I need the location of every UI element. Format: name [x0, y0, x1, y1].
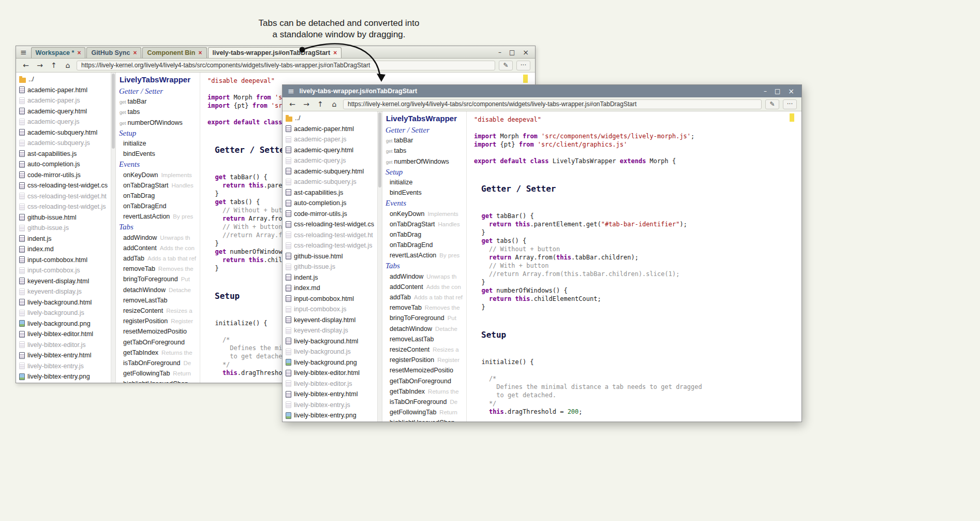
- file-item[interactable]: lively-background.html: [283, 336, 377, 347]
- file-item[interactable]: css-reloading-test-widget.ht: [283, 230, 377, 241]
- outline-item[interactable]: onTabDragEnd: [119, 201, 200, 211]
- more-button[interactable]: ···: [783, 99, 797, 109]
- file-item[interactable]: input-combobox.js: [16, 265, 110, 276]
- outline-item[interactable]: removeLastTab: [385, 334, 466, 344]
- outline-item[interactable]: getFollowingTabReturn: [385, 407, 466, 417]
- menu-icon[interactable]: ≡: [288, 86, 294, 96]
- file-item[interactable]: lively-bibtex-entry.html: [16, 350, 110, 361]
- file-item[interactable]: ../: [16, 74, 110, 85]
- outline-item[interactable]: onTabDragEnd: [385, 240, 466, 250]
- scrollbar[interactable]: [377, 111, 382, 422]
- outline-item[interactable]: resizeContentResizes a: [385, 344, 466, 355]
- outline-item[interactable]: getnumberOfWindows: [119, 118, 200, 128]
- outline-item[interactable]: removeLastTab: [119, 295, 200, 306]
- outline-item[interactable]: Tabs: [385, 260, 466, 271]
- outline-item[interactable]: bindEvents: [385, 187, 466, 198]
- close-icon[interactable]: ×: [523, 48, 529, 56]
- file-item[interactable]: ast-capabilities.js: [283, 187, 377, 198]
- file-item[interactable]: index.md: [283, 283, 377, 294]
- outline-item[interactable]: getTabOnForeground: [385, 376, 466, 386]
- file-item[interactable]: academic-paper.js: [283, 134, 377, 145]
- up-button[interactable]: ↑: [315, 100, 325, 108]
- file-item[interactable]: lively-bibtex-editor.html: [283, 368, 377, 379]
- outline-item[interactable]: bringToForegroundPut: [119, 274, 200, 284]
- file-item[interactable]: lively-bibtex-entry.js: [16, 361, 110, 372]
- scrollbar-thumb[interactable]: [112, 74, 115, 149]
- code-editor[interactable]: "disable deepeval"import Morph from 'src…: [467, 111, 801, 422]
- outline-item[interactable]: onTabDragStartHandles: [385, 219, 466, 229]
- file-item[interactable]: css-reloading-test-widget.js: [283, 240, 377, 251]
- outline-item[interactable]: gettabBar: [119, 96, 200, 107]
- tab-workspace[interactable]: Workspace * ×: [31, 47, 86, 58]
- forward-button[interactable]: →: [301, 100, 311, 108]
- outline-item[interactable]: onTabDrag: [385, 229, 466, 240]
- outline-item[interactable]: onTabDrag: [119, 191, 200, 201]
- tab-component-bin[interactable]: Component Bin ×: [142, 47, 206, 58]
- tab-close-icon[interactable]: ×: [133, 49, 137, 56]
- file-item[interactable]: github-issue.html: [283, 251, 377, 262]
- file-item[interactable]: github-issue.html: [16, 212, 110, 223]
- outline-item[interactable]: resizeContentResizes a: [119, 306, 200, 316]
- file-item[interactable]: ast-capabilities.js: [16, 149, 110, 160]
- close-icon[interactable]: ×: [788, 87, 794, 95]
- outline-item[interactable]: getTabOnForeground: [119, 337, 200, 348]
- tab-close-icon[interactable]: ×: [333, 49, 337, 56]
- file-item[interactable]: css-reloading-test-widget.js: [16, 201, 110, 212]
- tab-close-icon[interactable]: ×: [77, 49, 81, 56]
- file-item[interactable]: index.md: [16, 244, 110, 255]
- file-item[interactable]: academic-query.html: [283, 145, 377, 156]
- class-name[interactable]: LivelyTabsWrapper: [385, 113, 466, 125]
- outline-item[interactable]: revertLastActionBy pres: [119, 211, 200, 222]
- file-item[interactable]: indent.js: [283, 272, 377, 283]
- edit-button[interactable]: ✎: [499, 61, 513, 70]
- home-button[interactable]: ⌂: [329, 100, 339, 108]
- maximize-icon[interactable]: □: [775, 88, 780, 95]
- file-item[interactable]: lively-bibtex-entry.png: [283, 410, 377, 421]
- outline-item[interactable]: onKeyDownImplements: [119, 170, 200, 180]
- back-button[interactable]: ←: [287, 100, 298, 108]
- file-item[interactable]: lively-background.js: [283, 346, 377, 357]
- file-item[interactable]: academic-subquery.html: [16, 127, 110, 138]
- file-item[interactable]: academic-query.js: [283, 155, 377, 166]
- outline-item[interactable]: bindEvents: [119, 149, 200, 159]
- file-item[interactable]: css-reloading-test-widget.cs: [16, 180, 110, 191]
- scrollbar-thumb[interactable]: [378, 112, 381, 187]
- file-item[interactable]: code-mirror-utils.js: [16, 170, 110, 181]
- file-item[interactable]: css-reloading-test-widget.ht: [16, 191, 110, 202]
- file-item[interactable]: keyevent-display.html: [283, 315, 377, 326]
- menu-icon[interactable]: ≡: [20, 48, 27, 57]
- tab-close-icon[interactable]: ×: [198, 49, 202, 56]
- outline-item[interactable]: gettabs: [385, 146, 466, 156]
- file-item[interactable]: lively-bibtex-editor.js: [283, 379, 377, 389]
- file-item[interactable]: lively-bibtex-entry.png: [16, 371, 110, 382]
- outline-item[interactable]: Getter / Setter: [385, 125, 466, 135]
- file-item[interactable]: lively-background.js: [16, 308, 110, 319]
- edit-button[interactable]: ✎: [765, 99, 779, 109]
- tab-lively-tabs-wrapper[interactable]: lively-tabs-wrapper.js#onTabDragStart ×: [208, 47, 342, 58]
- file-item[interactable]: academic-subquery.js: [283, 177, 377, 187]
- outline-item[interactable]: bringToForegroundPut: [385, 313, 466, 323]
- file-item[interactable]: academic-query.js: [16, 117, 110, 127]
- outline-item[interactable]: detachWindowDetache: [385, 324, 466, 334]
- home-button[interactable]: ⌂: [63, 61, 73, 69]
- file-item[interactable]: lively-bibtex-entry.html: [283, 389, 377, 400]
- class-name[interactable]: LivelyTabsWrapper: [119, 75, 200, 86]
- url-input[interactable]: [77, 61, 495, 70]
- outline-item[interactable]: addWindowUnwraps th: [119, 233, 200, 243]
- outline-item[interactable]: getFollowingTabReturn: [119, 368, 200, 379]
- file-item[interactable]: academic-subquery.js: [16, 138, 110, 149]
- file-item[interactable]: keyevent-display.html: [16, 276, 110, 287]
- outline-item[interactable]: addTabAdds a tab that ref: [385, 292, 466, 302]
- file-item[interactable]: css-reloading-test-widget.cs: [283, 219, 377, 230]
- file-item[interactable]: auto-completion.js: [283, 198, 377, 209]
- front-titlebar[interactable]: ≡ lively-tabs-wrapper.js#onTabDragStart …: [283, 85, 801, 97]
- outline-item[interactable]: highlightUnsavedChan: [385, 417, 466, 422]
- tab-github-sync[interactable]: GitHub Sync ×: [86, 47, 141, 58]
- outline-item[interactable]: addContentAdds the con: [385, 282, 466, 292]
- outline-item[interactable]: addWindowUnwraps th: [385, 271, 466, 282]
- outline-item[interactable]: initialize: [385, 177, 466, 187]
- file-item[interactable]: github-issue.js: [283, 262, 377, 272]
- outline-item[interactable]: removeTabRemoves the: [385, 302, 466, 313]
- file-item[interactable]: lively-bibtex-entry.js: [283, 400, 377, 411]
- outline-item[interactable]: Setup: [119, 128, 200, 138]
